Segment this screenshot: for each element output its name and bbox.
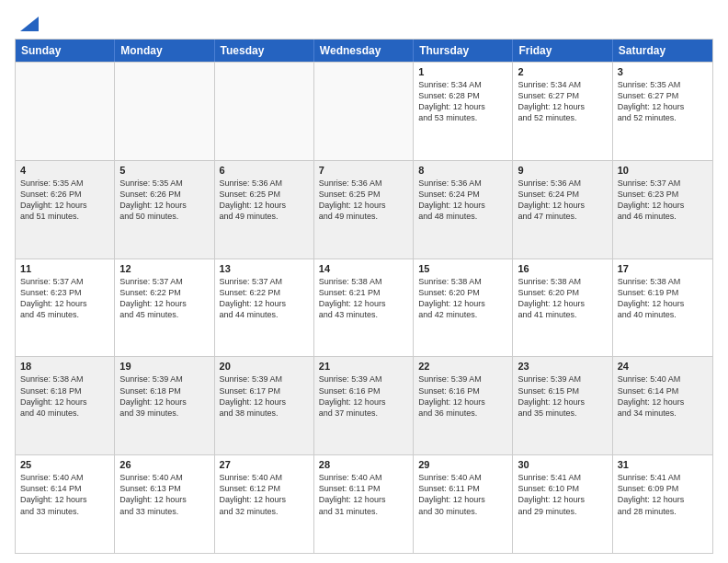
calendar-row-1: 1Sunrise: 5:34 AM Sunset: 6:28 PM Daylig…	[16, 62, 712, 160]
day-number: 20	[220, 361, 309, 372]
cal-cell-2-3: 6Sunrise: 5:36 AM Sunset: 6:25 PM Daylig…	[215, 161, 314, 259]
cal-cell-2-6: 9Sunrise: 5:36 AM Sunset: 6:24 PM Daylig…	[513, 161, 612, 259]
cal-cell-4-7: 24Sunrise: 5:40 AM Sunset: 6:14 PM Dayli…	[613, 357, 712, 454]
day-number: 28	[319, 459, 408, 470]
cal-cell-5-7: 31Sunrise: 5:41 AM Sunset: 6:09 PM Dayli…	[613, 455, 712, 553]
cal-cell-2-2: 5Sunrise: 5:35 AM Sunset: 6:26 PM Daylig…	[115, 161, 214, 259]
cell-info: Sunrise: 5:39 AM Sunset: 6:15 PM Dayligh…	[518, 373, 607, 419]
cell-info: Sunrise: 5:35 AM Sunset: 6:27 PM Dayligh…	[618, 79, 708, 124]
header-cell-thursday: Thursday	[414, 40, 513, 62]
header-cell-monday: Monday	[115, 40, 214, 62]
header-cell-saturday: Saturday	[613, 40, 712, 62]
day-number: 10	[618, 165, 708, 176]
svg-marker-0	[20, 17, 39, 31]
cell-info: Sunrise: 5:39 AM Sunset: 6:18 PM Dayligh…	[119, 373, 209, 419]
cal-cell-2-1: 4Sunrise: 5:35 AM Sunset: 6:26 PM Daylig…	[16, 161, 115, 259]
day-number: 6	[220, 165, 309, 176]
day-number: 21	[319, 361, 408, 372]
header-cell-tuesday: Tuesday	[215, 40, 314, 62]
cal-cell-5-2: 26Sunrise: 5:40 AM Sunset: 6:13 PM Dayli…	[115, 455, 214, 553]
cell-info: Sunrise: 5:40 AM Sunset: 6:14 PM Dayligh…	[618, 373, 708, 419]
cell-info: Sunrise: 5:40 AM Sunset: 6:11 PM Dayligh…	[418, 472, 507, 517]
day-number: 17	[618, 263, 708, 274]
cell-info: Sunrise: 5:37 AM Sunset: 6:22 PM Dayligh…	[119, 276, 209, 321]
cell-info: Sunrise: 5:39 AM Sunset: 6:16 PM Dayligh…	[319, 373, 408, 419]
cal-cell-3-7: 17Sunrise: 5:38 AM Sunset: 6:19 PM Dayli…	[613, 259, 712, 357]
cal-cell-5-4: 28Sunrise: 5:40 AM Sunset: 6:11 PM Dayli…	[314, 455, 414, 553]
cell-info: Sunrise: 5:36 AM Sunset: 6:25 PM Dayligh…	[319, 178, 408, 223]
cal-cell-3-4: 14Sunrise: 5:38 AM Sunset: 6:21 PM Dayli…	[314, 259, 414, 357]
calendar-body: 1Sunrise: 5:34 AM Sunset: 6:28 PM Daylig…	[16, 62, 712, 553]
cal-cell-4-1: 18Sunrise: 5:38 AM Sunset: 6:18 PM Dayli…	[16, 357, 115, 454]
cell-info: Sunrise: 5:38 AM Sunset: 6:20 PM Dayligh…	[518, 276, 607, 321]
day-number: 16	[518, 263, 607, 274]
day-number: 19	[119, 361, 209, 372]
cell-info: Sunrise: 5:40 AM Sunset: 6:12 PM Dayligh…	[220, 472, 309, 517]
cell-info: Sunrise: 5:41 AM Sunset: 6:09 PM Dayligh…	[618, 472, 708, 517]
header-cell-sunday: Sunday	[16, 40, 115, 62]
cal-cell-4-5: 22Sunrise: 5:39 AM Sunset: 6:16 PM Dayli…	[414, 357, 513, 454]
day-number: 2	[518, 66, 607, 77]
cell-info: Sunrise: 5:38 AM Sunset: 6:19 PM Dayligh…	[618, 276, 708, 321]
header-cell-friday: Friday	[513, 40, 612, 62]
day-number: 5	[119, 165, 209, 176]
cell-info: Sunrise: 5:36 AM Sunset: 6:25 PM Dayligh…	[220, 178, 309, 223]
header	[15, 15, 713, 29]
cal-cell-2-5: 8Sunrise: 5:36 AM Sunset: 6:24 PM Daylig…	[414, 161, 513, 259]
day-number: 14	[319, 263, 408, 274]
cal-cell-5-1: 25Sunrise: 5:40 AM Sunset: 6:14 PM Dayli…	[16, 455, 115, 553]
cal-cell-1-2	[115, 63, 214, 160]
cal-cell-4-2: 19Sunrise: 5:39 AM Sunset: 6:18 PM Dayli…	[115, 357, 214, 454]
day-number: 29	[418, 459, 507, 470]
calendar-row-4: 18Sunrise: 5:38 AM Sunset: 6:18 PM Dayli…	[16, 356, 712, 454]
cal-cell-3-1: 11Sunrise: 5:37 AM Sunset: 6:23 PM Dayli…	[16, 259, 115, 357]
cell-info: Sunrise: 5:35 AM Sunset: 6:26 PM Dayligh…	[20, 178, 109, 223]
cal-cell-3-6: 16Sunrise: 5:38 AM Sunset: 6:20 PM Dayli…	[513, 259, 612, 357]
cell-info: Sunrise: 5:38 AM Sunset: 6:21 PM Dayligh…	[319, 276, 408, 321]
calendar-header: SundayMondayTuesdayWednesdayThursdayFrid…	[16, 40, 712, 62]
day-number: 25	[20, 459, 109, 470]
day-number: 12	[119, 263, 209, 274]
day-number: 26	[119, 459, 209, 470]
day-number: 9	[518, 165, 607, 176]
day-number: 4	[20, 165, 109, 176]
logo-icon	[17, 15, 42, 33]
day-number: 11	[20, 263, 109, 274]
calendar-row-5: 25Sunrise: 5:40 AM Sunset: 6:14 PM Dayli…	[16, 454, 712, 553]
header-cell-wednesday: Wednesday	[314, 40, 414, 62]
cal-cell-5-5: 29Sunrise: 5:40 AM Sunset: 6:11 PM Dayli…	[414, 455, 513, 553]
cal-cell-5-3: 27Sunrise: 5:40 AM Sunset: 6:12 PM Dayli…	[215, 455, 314, 553]
cal-cell-2-4: 7Sunrise: 5:36 AM Sunset: 6:25 PM Daylig…	[314, 161, 414, 259]
cell-info: Sunrise: 5:39 AM Sunset: 6:16 PM Dayligh…	[418, 373, 507, 419]
day-number: 1	[418, 66, 507, 77]
cal-cell-4-6: 23Sunrise: 5:39 AM Sunset: 6:15 PM Dayli…	[513, 357, 612, 454]
day-number: 3	[618, 66, 708, 77]
calendar-row-3: 11Sunrise: 5:37 AM Sunset: 6:23 PM Dayli…	[16, 259, 712, 357]
day-number: 23	[518, 361, 607, 372]
cal-cell-3-3: 13Sunrise: 5:37 AM Sunset: 6:22 PM Dayli…	[215, 259, 314, 357]
cell-info: Sunrise: 5:35 AM Sunset: 6:26 PM Dayligh…	[119, 178, 209, 223]
cell-info: Sunrise: 5:40 AM Sunset: 6:13 PM Dayligh…	[119, 472, 209, 517]
day-number: 31	[618, 459, 708, 470]
cell-info: Sunrise: 5:37 AM Sunset: 6:23 PM Dayligh…	[20, 276, 109, 321]
day-number: 24	[618, 361, 708, 372]
cal-cell-3-2: 12Sunrise: 5:37 AM Sunset: 6:22 PM Dayli…	[115, 259, 214, 357]
cell-info: Sunrise: 5:38 AM Sunset: 6:18 PM Dayligh…	[20, 373, 109, 419]
day-number: 27	[220, 459, 309, 470]
day-number: 15	[418, 263, 507, 274]
day-number: 8	[418, 165, 507, 176]
cell-info: Sunrise: 5:40 AM Sunset: 6:14 PM Dayligh…	[20, 472, 109, 517]
day-number: 22	[418, 361, 507, 372]
cell-info: Sunrise: 5:36 AM Sunset: 6:24 PM Dayligh…	[418, 178, 507, 223]
cal-cell-2-7: 10Sunrise: 5:37 AM Sunset: 6:23 PM Dayli…	[613, 161, 712, 259]
cal-cell-1-5: 1Sunrise: 5:34 AM Sunset: 6:28 PM Daylig…	[414, 63, 513, 160]
cell-info: Sunrise: 5:37 AM Sunset: 6:22 PM Dayligh…	[220, 276, 309, 321]
day-number: 13	[220, 263, 309, 274]
cell-info: Sunrise: 5:39 AM Sunset: 6:17 PM Dayligh…	[220, 373, 309, 419]
cell-info: Sunrise: 5:34 AM Sunset: 6:27 PM Dayligh…	[518, 79, 607, 124]
page: SundayMondayTuesdayWednesdayThursdayFrid…	[0, 0, 728, 563]
cal-cell-5-6: 30Sunrise: 5:41 AM Sunset: 6:10 PM Dayli…	[513, 455, 612, 553]
cal-cell-4-4: 21Sunrise: 5:39 AM Sunset: 6:16 PM Dayli…	[314, 357, 414, 454]
day-number: 18	[20, 361, 109, 372]
cal-cell-1-7: 3Sunrise: 5:35 AM Sunset: 6:27 PM Daylig…	[613, 63, 712, 160]
